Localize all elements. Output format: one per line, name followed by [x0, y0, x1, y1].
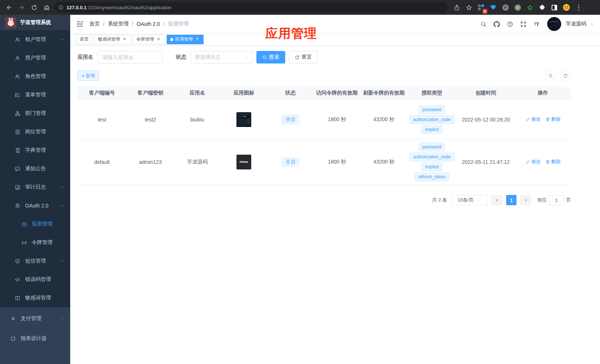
- toggle-search-button[interactable]: [545, 70, 556, 81]
- user-avatar[interactable]: [547, 17, 561, 31]
- sidebar-item-oauth[interactable]: OAuth 2.0: [0, 196, 70, 215]
- breadcrumb-home[interactable]: 首页: [89, 21, 100, 27]
- id-badge-icon: [15, 129, 20, 135]
- code-icon: [15, 277, 20, 282]
- plus-icon: +: [82, 73, 85, 79]
- gem-extension-icon[interactable]: [488, 3, 498, 12]
- sidebar-item-payment[interactable]: ¥ 支付管理: [0, 309, 70, 329]
- cell-created-at: 2022-05-11 21:47:12: [457, 159, 515, 165]
- page-size-value: 10条/页: [457, 197, 474, 203]
- search-button[interactable]: 搜索: [256, 51, 285, 63]
- sidebar-item-report-designer[interactable]: 报表设计器: [0, 329, 70, 348]
- theme-toggle-icon[interactable]: [549, 3, 559, 12]
- delete-link[interactable]: 删除: [545, 158, 561, 165]
- grant-type-tag: authorization_code: [409, 115, 454, 124]
- browser-reload-button[interactable]: [29, 2, 39, 13]
- sidebar-item-user[interactable]: 用户管理: [0, 49, 70, 67]
- sidebar-item-oauth-application[interactable]: 应用管理: [0, 215, 70, 233]
- tab-application[interactable]: 应用管理 ×: [167, 35, 204, 44]
- reset-button-label: 重置: [301, 54, 312, 61]
- applications-table: 客户端编号 客户端密钥 应用名 应用图标 状态 访问令牌的有效期 刷新令牌的有效…: [78, 86, 571, 185]
- sidebar-item-tenant[interactable]: 租户管理: [0, 30, 70, 49]
- close-icon[interactable]: ×: [156, 37, 161, 42]
- delete-link[interactable]: 删除: [545, 116, 561, 123]
- sidebar-item-sms[interactable]: 短信管理: [0, 252, 70, 270]
- github-icon[interactable]: [493, 21, 500, 27]
- chevron-down-icon: [477, 198, 481, 202]
- green-star-extension-icon[interactable]: [525, 3, 535, 12]
- sidebar-item-role[interactable]: 角色管理: [0, 67, 70, 86]
- cell-client-id: default: [78, 159, 126, 165]
- tab-label: 令牌管理: [136, 36, 154, 42]
- table-toolbar: + 新增: [78, 70, 571, 81]
- extensions-puzzle-icon[interactable]: [537, 3, 547, 12]
- col-actions: 操作: [515, 90, 571, 96]
- sidebar-item-oauth-token[interactable]: 令牌管理: [0, 233, 70, 252]
- breadcrumb-oauth[interactable]: OAuth 2.0: [137, 21, 160, 27]
- cell-client-id: test: [78, 117, 126, 123]
- add-button[interactable]: + 新增: [78, 71, 99, 81]
- sidebar-item-label: 字典管理: [25, 147, 46, 154]
- share-icon[interactable]: [452, 3, 461, 12]
- bookmark-star-icon[interactable]: [464, 3, 474, 12]
- username[interactable]: 芋道源码: [566, 21, 586, 27]
- edit-link[interactable]: 修改: [525, 116, 541, 123]
- breadcrumb-separator: /: [103, 21, 105, 27]
- sidebar-item-audit-log[interactable]: 审计日志: [0, 178, 70, 196]
- browser-menu-icon[interactable]: [574, 3, 583, 12]
- sidebar-item-dept[interactable]: 部门管理: [0, 104, 70, 123]
- app-logo[interactable]: 芋道管理系统: [0, 15, 70, 30]
- reset-button[interactable]: 重置: [289, 51, 318, 63]
- profile-avatar-icon[interactable]: [562, 3, 571, 12]
- font-size-icon[interactable]: TT: [533, 21, 540, 27]
- sidebar-item-post[interactable]: 岗位管理: [0, 123, 70, 141]
- fullscreen-icon[interactable]: [520, 21, 526, 27]
- status-select[interactable]: 请选择状态: [191, 51, 253, 63]
- sidebar-item-menu[interactable]: 菜单管理: [0, 86, 70, 104]
- shield-check-icon: [15, 258, 20, 264]
- github-logo-text: GitHub: [239, 161, 248, 163]
- extension-grid-icon[interactable]: 9: [476, 3, 486, 12]
- goto-page-input[interactable]: [549, 195, 564, 205]
- browser-forward-button[interactable]: [16, 2, 27, 13]
- pagination: 共 2 条 10条/页 1 前往 页: [78, 195, 571, 205]
- users-icon: [15, 37, 20, 42]
- page-size-select[interactable]: 10条/页: [451, 195, 488, 205]
- app-name-input[interactable]: [98, 51, 163, 63]
- browser-back-button[interactable]: [4, 2, 14, 13]
- refresh-table-button[interactable]: [560, 70, 571, 81]
- sidebar-item-error-code[interactable]: 错误码管理: [0, 270, 70, 289]
- sidebar-item-sensitive-word[interactable]: 敏感词管理: [0, 289, 70, 307]
- header-search-icon[interactable]: [480, 21, 487, 27]
- browser-home-button[interactable]: [41, 2, 52, 13]
- edit-link[interactable]: 修改: [525, 158, 541, 165]
- refresh-icon: [295, 55, 300, 60]
- site-info-icon[interactable]: [58, 5, 64, 10]
- grant-type-tag: implicit: [422, 162, 443, 171]
- edit-label: 修改: [531, 116, 541, 123]
- app-name-label: 应用名: [78, 54, 93, 61]
- sidebar-item-label: 角色管理: [25, 73, 46, 80]
- tab-token[interactable]: 令牌管理 ×: [133, 35, 165, 44]
- dictionary-book-icon: [15, 148, 20, 153]
- sidebar-item-notice[interactable]: 通知公告: [0, 159, 70, 178]
- user-caret-down-icon[interactable]: [590, 22, 594, 26]
- refresh-icon: [563, 73, 568, 78]
- close-icon[interactable]: ×: [195, 37, 200, 42]
- tags-view-bar: 首页 敏感词管理 × 令牌管理 × 应用管理 ×: [70, 33, 600, 46]
- prev-page-button[interactable]: [491, 195, 502, 205]
- tab-sensitive-word[interactable]: 敏感词管理 ×: [94, 35, 131, 44]
- close-icon[interactable]: ×: [122, 37, 127, 42]
- tab-home[interactable]: 首页: [76, 35, 92, 44]
- command-extension-icon[interactable]: [501, 3, 510, 12]
- current-page-button[interactable]: 1: [506, 195, 517, 205]
- sidebar-fold-icon[interactable]: [76, 20, 83, 28]
- recorder-extension-icon[interactable]: [513, 3, 522, 12]
- next-page-button[interactable]: [520, 195, 531, 205]
- sidebar-item-label: 应用管理: [32, 221, 52, 227]
- grant-type-tag: password: [419, 105, 445, 114]
- sidebar-item-dict[interactable]: 字典管理: [0, 141, 70, 159]
- address-bar[interactable]: 127.0.0.1:1024/system/oauth2/oauth2/appl…: [54, 2, 447, 13]
- help-icon[interactable]: [507, 21, 513, 27]
- breadcrumb-system[interactable]: 系统管理: [108, 21, 129, 27]
